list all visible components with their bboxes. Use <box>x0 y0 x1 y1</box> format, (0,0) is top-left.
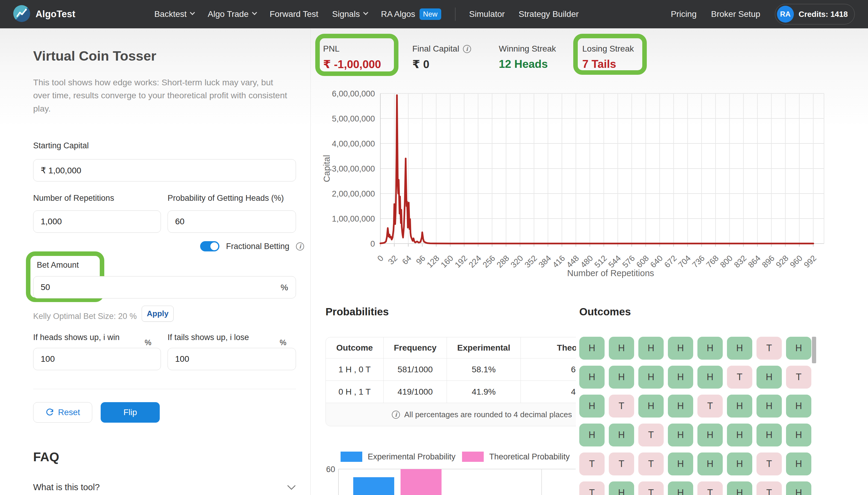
nav-item-ra-algos[interactable]: RA Algos New <box>381 8 441 20</box>
column-header: Outcome <box>326 337 384 358</box>
win-input[interactable] <box>33 348 161 370</box>
form-divider <box>33 389 296 389</box>
repetitions-input[interactable] <box>33 210 161 233</box>
outcomes-heading: Outcomes <box>579 306 631 318</box>
info-icon[interactable]: i <box>296 242 304 251</box>
outcome-cell: H <box>579 337 605 360</box>
outcomes-row: HHTHHHHH <box>579 424 811 446</box>
stat-winning-streak: Winning Streak 12 Heads <box>499 44 556 70</box>
svg-text:448: 448 <box>565 254 581 270</box>
outcomes-row: HHHHHHTH <box>579 337 811 360</box>
nav-item-signals[interactable]: Signals <box>332 9 367 19</box>
apply-kelly-button[interactable]: Apply <box>142 306 174 322</box>
heads-probability-input[interactable] <box>168 210 296 233</box>
svg-text:320: 320 <box>509 254 525 270</box>
nav-item-algo-trade[interactable]: Algo Trade <box>208 9 256 19</box>
fractional-betting-toggle[interactable] <box>200 241 220 252</box>
outcome-cell: T <box>697 481 723 495</box>
svg-text:32: 32 <box>386 254 399 266</box>
stat-pnl-value: ₹ -1,00,000 <box>323 58 381 71</box>
svg-text:864: 864 <box>746 254 762 270</box>
svg-text:352: 352 <box>523 254 539 270</box>
faq-question[interactable]: What is this tool? <box>33 482 296 492</box>
outcome-cell: H <box>727 424 752 446</box>
credits-pill[interactable]: RA Credits: 1418 <box>775 4 855 24</box>
table-row: 1 H , 0 T581/100058.1%60% <box>326 358 576 381</box>
outcome-cell: H <box>668 366 693 389</box>
nav-item-strategy-builder[interactable]: Strategy Builder <box>519 9 579 19</box>
nav-item-pricing[interactable]: Pricing <box>671 9 697 19</box>
panel-divider <box>310 28 311 495</box>
user-avatar[interactable]: RA <box>777 6 794 23</box>
svg-text:288: 288 <box>495 254 511 270</box>
svg-text:Number of Repetitions: Number of Repetitions <box>567 268 654 278</box>
svg-text:0: 0 <box>376 254 385 263</box>
probability-bar-chart: Experimental Probability Theoretical Pro… <box>319 449 576 495</box>
starting-capital-input[interactable] <box>33 159 296 182</box>
bar-chart-legend: Experimental Probability Theoretical Pro… <box>341 451 570 462</box>
outcome-cell: H <box>638 395 664 417</box>
outcome-cell: H <box>786 424 811 446</box>
column-header: Frequency <box>384 337 447 358</box>
chevron-down-icon <box>190 10 195 15</box>
outcomes-row: TTTHHHTH <box>579 453 811 475</box>
outcome-cell: H <box>668 481 693 495</box>
outcome-cell: H <box>786 337 811 360</box>
lose-suffix: % <box>280 338 286 347</box>
chevron-down-icon <box>252 10 257 15</box>
outcome-cell: H <box>638 337 664 360</box>
refresh-icon <box>45 408 54 417</box>
chevron-down-icon <box>287 485 296 490</box>
stat-losing-streak-value: 7 Tails <box>582 58 634 70</box>
flip-button[interactable]: Flip <box>101 402 160 423</box>
probabilities-header-row: OutcomeFrequencyExperimentalTheoretical <box>326 337 576 358</box>
outcome-cell: H <box>668 395 693 417</box>
svg-text:672: 672 <box>662 254 678 270</box>
outcome-cell: H <box>579 395 605 417</box>
outcome-cell: T <box>609 453 634 475</box>
outcome-cell: H <box>757 395 782 417</box>
win-label: If heads shows up, i win <box>33 333 120 342</box>
top-navbar: AlgoTest Backtest Algo Trade Forward Tes… <box>0 0 868 28</box>
outcome-cell: H <box>786 453 811 475</box>
bet-amount-suffix: % <box>281 283 288 292</box>
page-title: Virtual Coin Tosser <box>33 48 156 64</box>
svg-text:896: 896 <box>760 254 776 270</box>
outcomes-grid: HHHHHHTHHHHHHTHTHTHHTHHHHHTHHHHHTTTHHHTH… <box>579 337 811 495</box>
brand[interactable]: AlgoTest <box>13 5 75 23</box>
svg-text:64: 64 <box>400 254 413 266</box>
outcome-cell: T <box>697 395 723 417</box>
table-cell: 0 H , 1 T <box>326 381 384 403</box>
outcomes-row: HHHHHTHT <box>579 366 811 389</box>
svg-text:384: 384 <box>537 254 553 270</box>
svg-text:4,00,00,000: 4,00,00,000 <box>332 139 375 148</box>
outcome-cell: T <box>638 453 664 475</box>
svg-text:704: 704 <box>677 254 693 270</box>
outcome-cell: H <box>697 366 723 389</box>
table-cell: 41.9% <box>447 381 521 403</box>
table-cell: 419/1000 <box>384 381 447 403</box>
bet-amount-label: Bet Amount <box>37 260 79 270</box>
starting-capital-label: Starting Capital <box>33 141 89 150</box>
nav-item-backtest[interactable]: Backtest <box>154 9 194 19</box>
nav-right: Pricing Broker Setup RA Credits: 1418 <box>671 4 855 24</box>
credits-label: Credits: 1418 <box>799 10 848 19</box>
page-description: This tool shows how edge works: Short-te… <box>33 76 289 115</box>
outcome-cell: H <box>786 395 811 417</box>
nav-item-forward-test[interactable]: Forward Test <box>270 9 318 19</box>
table-row: 0 H , 1 T419/100041.9%40% <box>326 381 576 403</box>
lose-input[interactable] <box>168 348 296 370</box>
probabilities-table-wrap: OutcomeFrequencyExperimentalTheoretical … <box>326 337 576 427</box>
info-icon[interactable]: i <box>463 45 471 53</box>
stat-pnl-label: PNL <box>323 44 381 54</box>
svg-text:960: 960 <box>788 254 804 270</box>
nav-item-simulator[interactable]: Simulator <box>469 9 505 19</box>
outcomes-scrollbar[interactable] <box>812 337 816 363</box>
reset-button[interactable]: Reset <box>33 402 92 423</box>
svg-text:992: 992 <box>802 254 818 270</box>
bet-amount-input[interactable] <box>33 276 296 298</box>
svg-text:800: 800 <box>718 254 734 270</box>
table-cell: 581/1000 <box>384 358 447 381</box>
nav-item-broker-setup[interactable]: Broker Setup <box>711 9 760 19</box>
outcome-cell: H <box>609 366 634 389</box>
